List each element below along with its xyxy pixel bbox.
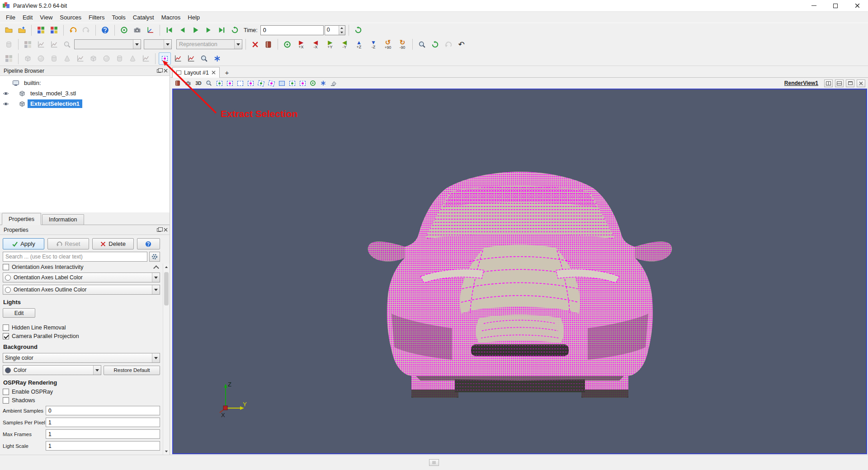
scrollbar-thumb[interactable]: [164, 272, 169, 306]
probe-location-button[interactable]: [198, 52, 210, 65]
max-frames-input[interactable]: [46, 429, 160, 439]
export-scene-button[interactable]: [173, 79, 182, 88]
rescale-data-range-button[interactable]: [35, 38, 47, 51]
interactive-select-cells-button[interactable]: [288, 79, 297, 88]
extract-subset-filter-button[interactable]: [87, 52, 99, 65]
active-variable-button[interactable]: [3, 38, 15, 51]
menu-tools[interactable]: Tools: [108, 13, 129, 22]
properties-help-button[interactable]: [137, 238, 160, 249]
interaction-mode-button[interactable]: 3D: [194, 79, 203, 88]
undock-panel-icon[interactable]: [157, 228, 161, 232]
splitter-grip[interactable]: [429, 459, 439, 466]
color-legend-button[interactable]: [48, 24, 60, 36]
plot-selection-over-time-button[interactable]: [185, 52, 197, 65]
slice-filter-button[interactable]: [61, 52, 73, 65]
reset-button[interactable]: Reset: [47, 238, 89, 249]
samples-per-pixel-input[interactable]: [46, 418, 160, 427]
edit-lights-button[interactable]: Edit: [3, 308, 35, 318]
zoom-to-box-select-button[interactable]: [204, 79, 213, 88]
rescale-custom-range-button[interactable]: [48, 38, 60, 51]
split-vertical-button[interactable]: [835, 80, 844, 87]
hidden-line-removal-checkbox[interactable]: [3, 324, 9, 331]
open-file-button[interactable]: [3, 24, 15, 36]
select-cells-through-button[interactable]: [236, 79, 245, 88]
select-cells-on-surface-button[interactable]: [215, 79, 224, 88]
shadows-checkbox[interactable]: [3, 397, 9, 404]
vcr-play-button[interactable]: [189, 24, 202, 36]
select-cells-polygon-button[interactable]: [256, 79, 265, 88]
select-points-polygon-button[interactable]: [267, 79, 276, 88]
reset-camera-closest-button[interactable]: ↶: [455, 38, 467, 51]
menu-edit[interactable]: Edit: [19, 13, 36, 22]
camera-button[interactable]: [131, 24, 143, 36]
rotate-90-cw-button[interactable]: ↻-90: [396, 38, 409, 51]
color-map-editor-button[interactable]: [35, 24, 47, 36]
tab-properties[interactable]: Properties: [2, 213, 41, 225]
axes-outline-color-combo[interactable]: Orientation Axes Outline Color: [3, 285, 160, 295]
edit-colormap-button[interactable]: [22, 38, 34, 51]
search-options-button[interactable]: [149, 252, 160, 262]
threshold-filter-button[interactable]: [74, 52, 86, 65]
split-horizontal-button[interactable]: [824, 80, 833, 87]
stream-tracer-filter-button[interactable]: [127, 52, 139, 65]
rotate-camera-button[interactable]: [429, 38, 441, 51]
pipeline-item-builtin[interactable]: builtin:: [0, 78, 170, 88]
time-input[interactable]: [260, 25, 324, 35]
background-mode-combo[interactable]: Single color: [3, 353, 160, 363]
auto-apply-button[interactable]: [118, 24, 130, 36]
adjust-camera-button[interactable]: [184, 79, 193, 88]
menu-file[interactable]: File: [2, 13, 19, 22]
menu-sources[interactable]: Sources: [56, 13, 85, 22]
scroll-down-arrow[interactable]: [163, 448, 170, 455]
maximize-view-button[interactable]: [846, 80, 854, 87]
restore-default-button[interactable]: Restore Default: [104, 366, 160, 375]
frame-spinbox[interactable]: 0: [325, 25, 345, 35]
new-layout-tab-button[interactable]: +: [221, 67, 233, 77]
representation-combo[interactable]: Representation: [176, 39, 242, 49]
spreadsheet-view-button[interactable]: [3, 52, 15, 65]
axes-label-color-combo[interactable]: Orientation Axes Label Color: [3, 273, 160, 282]
close-panel-icon[interactable]: [164, 228, 168, 232]
visibility-toggle[interactable]: [0, 90, 12, 97]
frame-spin-arrows[interactable]: [339, 26, 345, 35]
save-data-button[interactable]: [16, 24, 28, 36]
apply-button[interactable]: Apply: [3, 238, 44, 249]
undo-button[interactable]: [67, 24, 79, 36]
reset-camera-button[interactable]: [281, 38, 293, 51]
view-plus-y-button[interactable]: ▶+Y: [323, 38, 337, 51]
snap-to-timesteps-button[interactable]: [352, 24, 364, 36]
roll-camera-button[interactable]: [442, 38, 454, 51]
menu-filters[interactable]: Filters: [85, 13, 108, 22]
undock-panel-icon[interactable]: [157, 69, 161, 73]
extract-selection-button[interactable]: [159, 52, 171, 65]
pipeline-item-tesla-model[interactable]: tesla_model_3.stl: [0, 88, 170, 99]
pipeline-item-label[interactable]: tesla_model_3.stl: [28, 89, 79, 98]
enable-ospray-checkbox[interactable]: [3, 389, 9, 395]
render-viewport[interactable]: Z X Y: [172, 89, 867, 454]
close-button[interactable]: [846, 0, 868, 11]
view-plus-z-button[interactable]: ▲+Z: [352, 38, 366, 51]
component-combo[interactable]: [144, 39, 172, 49]
zoom-to-box-button[interactable]: [416, 38, 428, 51]
orientation-axes-interactivity-checkbox[interactable]: [3, 264, 9, 270]
interpolate-quadrature-button[interactable]: [211, 52, 223, 65]
maximize-button[interactable]: [825, 0, 846, 11]
background-color-combo[interactable]: Color: [3, 365, 101, 375]
hover-points-button[interactable]: [308, 79, 317, 88]
calculator-filter-button[interactable]: [22, 52, 34, 65]
scroll-up-arrow[interactable]: [163, 263, 170, 270]
axes-grid-button[interactable]: [144, 24, 156, 36]
vcr-first-frame-button[interactable]: [163, 24, 175, 36]
select-points-on-surface-button[interactable]: [225, 79, 234, 88]
select-points-through-button[interactable]: [246, 79, 255, 88]
minimize-button[interactable]: [803, 0, 825, 11]
ambient-samples-input[interactable]: [46, 406, 160, 415]
edit-color-legend-button[interactable]: [262, 38, 274, 51]
view-plus-x-button[interactable]: ▶+X: [294, 38, 308, 51]
menu-catalyst[interactable]: Catalyst: [129, 13, 158, 22]
menu-macros[interactable]: Macros: [158, 13, 184, 22]
camera-parallel-projection-checkbox[interactable]: [3, 333, 9, 339]
plot-over-line-button[interactable]: [172, 52, 184, 65]
warp-filter-button[interactable]: [140, 52, 152, 65]
delete-button[interactable]: Delete: [92, 238, 134, 249]
